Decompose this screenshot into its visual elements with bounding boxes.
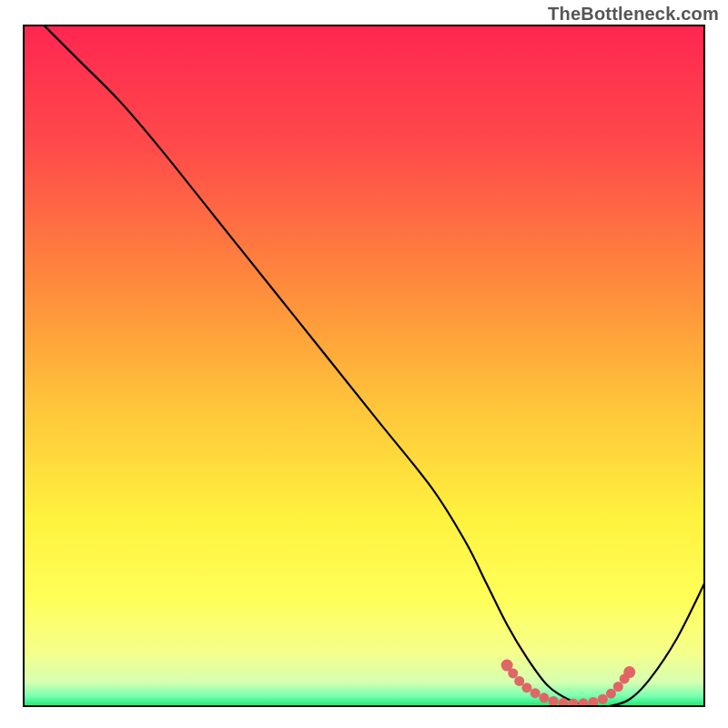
svg-point-4 [521, 682, 531, 693]
svg-point-16 [501, 660, 513, 672]
watermark-text: TheBottleneck.com [548, 4, 719, 25]
svg-point-13 [606, 689, 616, 699]
svg-point-17 [623, 666, 635, 678]
svg-point-3 [514, 676, 524, 686]
gradient-background [24, 25, 704, 706]
svg-point-7 [549, 696, 559, 706]
chart-container: TheBottleneck.com [0, 0, 728, 728]
bottleneck-chart [0, 0, 728, 728]
svg-point-6 [539, 693, 549, 703]
svg-point-14 [613, 682, 623, 692]
svg-point-12 [598, 694, 608, 704]
svg-point-5 [531, 688, 541, 698]
